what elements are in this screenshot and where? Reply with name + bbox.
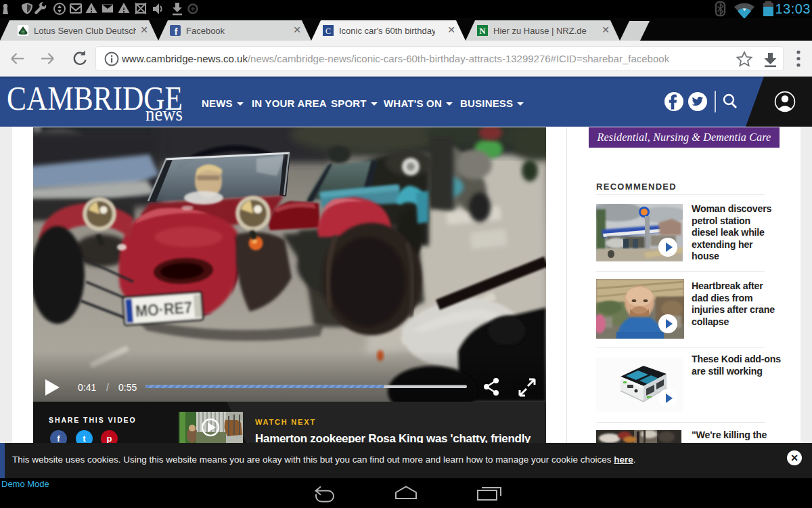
svg-text:N: N	[479, 26, 486, 36]
svg-text:0:55: 0:55	[118, 382, 137, 393]
svg-text:news: news	[145, 103, 183, 125]
svg-text:0:41: 0:41	[78, 382, 96, 393]
svg-text:C: C	[325, 26, 331, 36]
svg-text:/: /	[106, 382, 109, 393]
svg-text:f: f	[175, 26, 178, 36]
